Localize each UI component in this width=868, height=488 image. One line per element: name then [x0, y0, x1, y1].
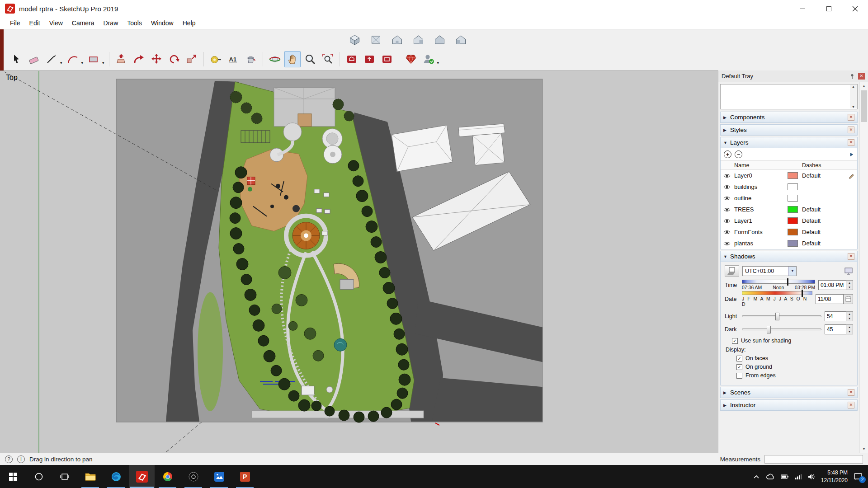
layer-dashes[interactable]: Default — [802, 229, 845, 235]
dark-slider[interactable] — [742, 328, 821, 330]
layer-dashes[interactable]: Default — [802, 206, 845, 213]
menu-camera[interactable]: Camera — [67, 18, 99, 28]
light-spinner[interactable]: ▲▼ — [846, 311, 853, 321]
pan-tool[interactable] — [284, 51, 301, 67]
tray-scrollbar[interactable]: ▲ ▼ — [859, 82, 868, 453]
layer-row[interactable]: TREES Default — [721, 204, 857, 215]
measurements-input[interactable] — [764, 455, 863, 464]
remove-layer-button[interactable]: − — [735, 150, 742, 158]
layer-name[interactable]: TREES — [733, 206, 783, 213]
layer-color-swatch[interactable] — [788, 229, 798, 235]
expand-arrow-icon[interactable]: ▶ — [723, 403, 730, 408]
file-explorer-button[interactable] — [77, 465, 103, 488]
column-header-dashes[interactable]: Dashes — [802, 162, 845, 169]
top-view-button[interactable] — [366, 31, 386, 48]
layer-dashes[interactable]: Default — [802, 240, 845, 247]
on-ground-checkbox-row[interactable]: ✓ On ground — [736, 364, 853, 370]
use-sun-checkbox-row[interactable]: ✓ Use sun for shading — [732, 338, 853, 344]
shapes-tool-caret-icon[interactable]: ▾ — [102, 61, 104, 65]
scroll-up-icon[interactable]: ▲ — [860, 82, 868, 90]
dark-circle-app-button[interactable] — [180, 465, 206, 488]
time-slider[interactable] — [742, 280, 815, 284]
use-sun-checkbox[interactable]: ✓ — [732, 338, 738, 344]
menu-draw[interactable]: Draw — [99, 18, 123, 28]
visibility-eye-icon[interactable] — [723, 172, 731, 179]
layer-row[interactable]: FormFonts Default — [721, 226, 857, 238]
geolocation-help-icon[interactable]: ? — [5, 455, 13, 463]
expand-arrow-icon[interactable]: ▶ — [723, 115, 730, 120]
info-icon[interactable]: i — [17, 455, 25, 463]
rotate-tool[interactable] — [166, 51, 182, 67]
expand-arrow-icon[interactable]: ▶ — [723, 128, 730, 132]
eraser-tool[interactable] — [26, 51, 42, 67]
move-tool[interactable] — [148, 51, 165, 67]
visibility-eye-icon[interactable] — [723, 183, 731, 191]
layer-name[interactable]: plantas — [733, 240, 783, 247]
visibility-eye-icon[interactable] — [723, 195, 731, 202]
back-view-button[interactable] — [430, 31, 450, 48]
blue-media-app-button[interactable] — [206, 465, 232, 488]
minimize-button[interactable] — [789, 0, 816, 17]
shapes-tool[interactable] — [85, 51, 102, 67]
layer-color-swatch[interactable] — [788, 172, 798, 179]
left-view-button[interactable] — [451, 31, 471, 48]
zoom-tool[interactable] — [302, 51, 318, 67]
menu-tools[interactable]: Tools — [123, 18, 146, 28]
date-input[interactable] — [816, 294, 844, 304]
section-header-components[interactable]: ▶ Components ✕ — [720, 112, 858, 123]
share-model-tool[interactable] — [361, 51, 377, 67]
visibility-eye-icon[interactable] — [723, 206, 731, 213]
time-slider-handle[interactable] — [787, 278, 788, 286]
spin-down-icon[interactable]: ▼ — [846, 329, 853, 334]
close-icon[interactable]: ✕ — [848, 114, 854, 121]
taskbar-clock[interactable]: 5:48 PM 12/11/2020 — [821, 469, 848, 483]
section-header-shadows[interactable]: ▼ Shadows ✕ — [720, 251, 858, 262]
visibility-eye-icon[interactable] — [723, 217, 731, 225]
column-header-name[interactable]: Name — [733, 162, 783, 169]
expand-arrow-icon[interactable]: ▶ — [723, 390, 730, 395]
layer-color-swatch[interactable] — [788, 183, 798, 190]
layer-color-swatch[interactable] — [788, 195, 798, 202]
cortana-search-button[interactable] — [26, 465, 52, 488]
section-header-instructor[interactable]: ▶ Instructor ✕ — [720, 399, 858, 411]
menu-view[interactable]: View — [45, 18, 67, 28]
speaker-icon[interactable] — [808, 474, 815, 480]
pin-icon[interactable] — [849, 73, 855, 80]
powerpoint-button[interactable]: P — [232, 465, 258, 488]
on-ground-checkbox[interactable]: ✓ — [736, 364, 742, 370]
iso-view-button[interactable] — [345, 31, 365, 48]
3d-warehouse-tool[interactable] — [344, 51, 360, 67]
chevron-up-icon[interactable] — [753, 474, 760, 479]
collapse-arrow-icon[interactable]: ▼ — [723, 141, 730, 145]
text-tool[interactable]: A1 — [225, 51, 241, 67]
layer-row[interactable]: Layer1 Default — [721, 215, 857, 226]
extension-warehouse-tool[interactable] — [403, 51, 419, 67]
time-input[interactable] — [818, 280, 846, 290]
line-tool-caret-icon[interactable]: ▾ — [60, 61, 62, 65]
dark-spinner[interactable]: ▲▼ — [846, 324, 853, 334]
mini-scrollbar[interactable]: ▲▼ — [850, 85, 857, 108]
model-viewport[interactable]: Top — [0, 70, 718, 453]
section-header-layers[interactable]: ▼ Layers ✕ — [720, 137, 858, 148]
tray-close-icon[interactable]: ✕ — [858, 73, 865, 80]
menu-edit[interactable]: Edit — [25, 18, 45, 28]
layer-row[interactable]: buildings — [721, 181, 857, 192]
dark-input[interactable] — [825, 324, 846, 334]
line-tool[interactable] — [43, 51, 60, 67]
layer-name[interactable]: FormFonts — [733, 229, 783, 235]
menu-window[interactable]: Window — [146, 18, 178, 28]
scroll-up-icon[interactable]: ▲ — [852, 85, 855, 88]
layer-row[interactable]: plantas Default — [721, 238, 857, 249]
close-icon[interactable]: ✕ — [848, 389, 854, 396]
tape-measure-tool[interactable] — [208, 51, 224, 67]
timezone-select[interactable]: UTC+01:00 ▼ — [742, 266, 797, 276]
close-icon[interactable]: ✕ — [848, 402, 854, 408]
start-button[interactable] — [0, 465, 26, 488]
dark-slider-handle[interactable] — [767, 326, 771, 333]
section-header-scenes[interactable]: ▶ Scenes ✕ — [720, 387, 858, 398]
right-view-button[interactable] — [409, 31, 429, 48]
calendar-button[interactable] — [844, 294, 853, 304]
paint-bucket-tool[interactable] — [243, 51, 259, 67]
add-layer-button[interactable]: + — [724, 150, 731, 158]
sign-in-caret-icon[interactable]: ▾ — [437, 61, 439, 65]
